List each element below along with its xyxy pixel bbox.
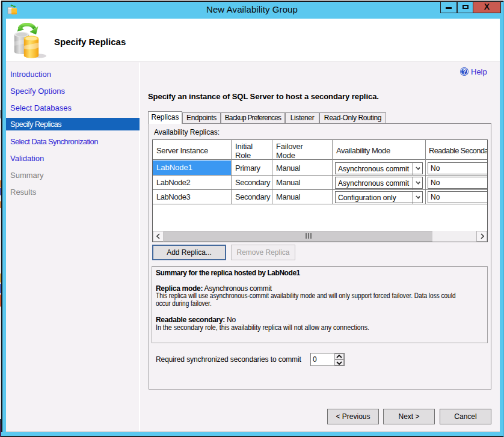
svg-text:?: ? — [463, 69, 466, 75]
